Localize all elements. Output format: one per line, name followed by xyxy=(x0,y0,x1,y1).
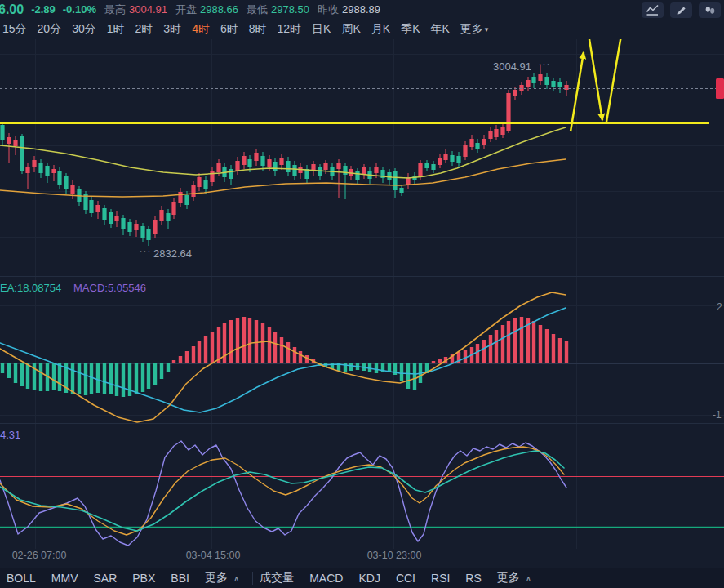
chevron-down-icon: ▾ xyxy=(485,25,489,33)
kdj-reference-lines xyxy=(0,477,724,528)
quote-bar: 6.00 -2.89 -0.10% 最高3004.91开盘2988.66最低29… xyxy=(0,0,724,19)
tab-1时[interactable]: 1时 xyxy=(107,22,125,37)
chevron-up-icon[interactable]: ∧ xyxy=(233,574,239,583)
timeframe-tabs: 15分20分30分1时2时3时4时6时8时12时日K周K月K季K年K更多▾ xyxy=(0,19,724,40)
indicator-SAR[interactable]: SAR xyxy=(93,572,117,585)
chart-canvas[interactable]: 3004.91 ··· ··· 2832.64 EA:18.08754 MACD… xyxy=(0,39,724,549)
low-price-label: 2832.64 xyxy=(153,247,192,260)
overlay-indicator-group: BOLLMMVSARPBXBBI更多∧ xyxy=(0,571,239,586)
price-change: -2.89 xyxy=(31,3,56,16)
stat-low: 最低2978.50 xyxy=(247,2,309,17)
stat-value: 2988.89 xyxy=(342,3,380,16)
indicator-PBX[interactable]: PBX xyxy=(132,572,155,585)
sub-indicator-group: 成交量MACDKDJCCIRSIRS更多∧ xyxy=(253,571,531,586)
kdj-lines xyxy=(0,441,566,546)
high-label-leader: ··· xyxy=(539,60,551,69)
line-chart-icon[interactable] xyxy=(642,2,664,18)
price-change-percent: -0.10% xyxy=(63,3,96,16)
indicator-成交量[interactable]: 成交量 xyxy=(260,571,294,586)
current-price-line xyxy=(0,78,724,99)
chart-tool-buttons xyxy=(642,2,721,18)
macd-value: MACD:5.05546 xyxy=(73,282,146,294)
draw-pencil-icon[interactable] xyxy=(670,2,692,18)
stat-high: 最高3004.91 xyxy=(104,2,167,17)
tab-more[interactable]: 更多▾ xyxy=(460,22,489,37)
macd-scale-upper: 2 xyxy=(717,301,722,313)
grid-lines xyxy=(0,39,724,549)
indicator-more[interactable]: 更多 xyxy=(497,571,520,586)
compare-icon[interactable] xyxy=(699,2,721,18)
candlesticks xyxy=(0,65,568,246)
tab-年K[interactable]: 年K xyxy=(430,22,449,37)
tab-周K[interactable]: 周K xyxy=(341,22,360,37)
low-label-leader: ··· xyxy=(140,247,152,256)
macd-dea-value: EA:18.08754 xyxy=(0,282,61,294)
user-drawing-yellow[interactable] xyxy=(0,39,709,131)
indicator-RS[interactable]: RS xyxy=(465,572,481,585)
compare-glyph xyxy=(704,4,717,16)
x-axis-label: 03-04 15:00 xyxy=(186,550,241,561)
stat-label: 开盘 xyxy=(175,2,197,17)
indicator-MACD[interactable]: MACD xyxy=(309,572,343,585)
pencil-glyph xyxy=(676,5,687,16)
tab-6时[interactable]: 6时 xyxy=(220,22,238,37)
indicator-more[interactable]: 更多 xyxy=(205,571,228,586)
indicator-MMV[interactable]: MMV xyxy=(51,572,78,585)
indicator-RSI[interactable]: RSI xyxy=(431,572,450,585)
tab-20分[interactable]: 20分 xyxy=(38,22,62,37)
stat-label: 昨收 xyxy=(318,2,339,17)
stat-open: 开盘2988.66 xyxy=(175,2,238,17)
high-price-label: 3004.91 xyxy=(493,60,531,73)
tab-12时[interactable]: 12时 xyxy=(278,22,302,37)
last-price: 6.00 xyxy=(0,2,24,17)
indicator-KDJ[interactable]: KDJ xyxy=(358,572,380,585)
line-chart-glyph xyxy=(646,4,660,16)
indicator-CCI[interactable]: CCI xyxy=(396,572,415,585)
stat-label: 最低 xyxy=(247,2,268,17)
tab-季K[interactable]: 季K xyxy=(401,22,420,37)
x-axis-labels: 02-26 07:0003-04 15:0003-10 23:00 xyxy=(0,550,724,564)
stat-label: 最高 xyxy=(104,2,126,17)
tab-日K[interactable]: 日K xyxy=(312,22,331,37)
x-axis-label: 02-26 07:00 xyxy=(12,550,67,561)
stat-value: 3004.91 xyxy=(129,3,167,16)
tab-8时[interactable]: 8时 xyxy=(249,22,267,37)
trading-app: { "colors": { "up_red": "#e84a5f", "down… xyxy=(0,0,724,588)
tab-4时[interactable]: 4时 xyxy=(192,22,210,37)
stat-prev_close: 昨收2988.89 xyxy=(318,2,380,17)
macd-histogram xyxy=(1,317,568,397)
indicator-BOLL[interactable]: BOLL xyxy=(7,572,36,585)
stat-value: 2988.66 xyxy=(200,3,238,16)
indicator-BBI[interactable]: BBI xyxy=(171,572,189,585)
tab-月K[interactable]: 月K xyxy=(371,22,390,37)
kdj-value: 4.31 xyxy=(0,429,20,441)
tab-15分[interactable]: 15分 xyxy=(2,22,27,37)
quote-stats: 最高3004.91开盘2988.66最低2978.50昨收2988.89 xyxy=(96,2,380,17)
x-axis-label: 03-10 23:00 xyxy=(367,550,422,561)
chevron-up-icon[interactable]: ∧ xyxy=(526,574,531,583)
stat-value: 2978.50 xyxy=(271,3,309,16)
tab-3时[interactable]: 3时 xyxy=(163,22,181,37)
indicator-toolbar: BOLLMMVSARPBXBBI更多∧ 成交量MACDKDJCCIRSIRS更多… xyxy=(0,568,724,588)
tab-30分[interactable]: 30分 xyxy=(72,22,96,37)
macd-scale-lower: -1 xyxy=(713,409,722,421)
tab-2时[interactable]: 2时 xyxy=(135,22,153,37)
